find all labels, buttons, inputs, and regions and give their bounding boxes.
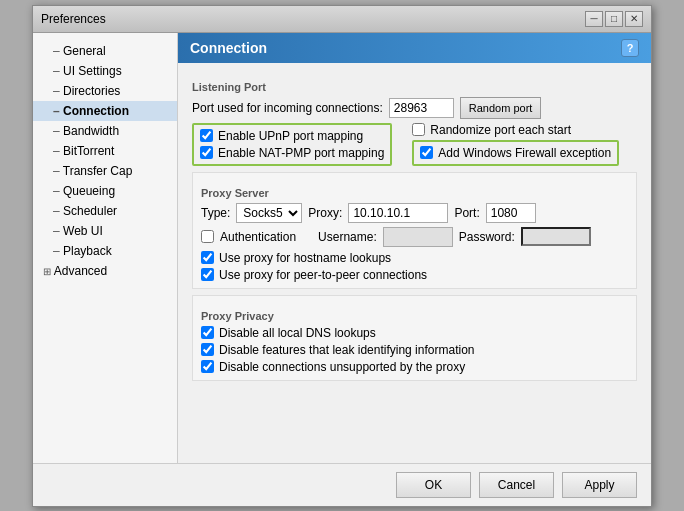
upnp-checkbox-row: Enable UPnP port mapping [200,129,384,143]
enable-nat-label: Enable NAT-PMP port mapping [218,146,384,160]
ok-button[interactable]: OK [396,472,471,498]
title-bar: Preferences ─ □ ✕ [33,6,651,33]
auth-row: Authentication Username: Password: [201,227,628,247]
proxy-port-input[interactable] [486,203,536,223]
listening-port-title: Listening Port [192,81,637,93]
maximize-button[interactable]: □ [605,11,623,27]
port-label: Port used for incoming connections: [192,101,383,115]
use-proxy-hostname-label: Use proxy for hostname lookups [219,251,391,265]
randomize-port-checkbox[interactable] [412,123,425,136]
random-port-button[interactable]: Random port [460,97,542,119]
close-button[interactable]: ✕ [625,11,643,27]
add-firewall-row: Add Windows Firewall exception [420,146,611,160]
disable-dns-label: Disable all local DNS lookups [219,326,376,340]
add-firewall-checkbox[interactable] [420,146,433,159]
disable-dns-checkbox[interactable] [201,326,214,339]
use-proxy-hostname-row: Use proxy for hostname lookups [201,251,628,265]
sidebar-item-connection[interactable]: Connection [33,101,177,121]
enable-nat-checkbox[interactable] [200,146,213,159]
randomize-port-label: Randomize port each start [430,123,571,137]
proxy-privacy-section: Proxy Privacy Disable all local DNS look… [192,295,637,381]
sidebar-item-bandwidth[interactable]: Bandwidth [33,121,177,141]
port-input[interactable] [389,98,454,118]
disable-features-row: Disable features that leak identifying i… [201,343,628,357]
window-title: Preferences [41,12,106,26]
checkboxes-area: Enable UPnP port mapping Enable NAT-PMP … [192,123,637,166]
sidebar: General UI Settings Directories Connecti… [33,33,178,463]
sidebar-item-transfer-cap[interactable]: Transfer Cap [33,161,177,181]
sidebar-item-queueing[interactable]: Queueing [33,181,177,201]
content-panel: Connection ? Listening Port Port used fo… [178,33,651,463]
disable-connections-checkbox[interactable] [201,360,214,373]
sidebar-item-advanced[interactable]: Advanced [33,261,177,281]
username-label: Username: [318,230,377,244]
proxy-label: Proxy: [308,206,342,220]
username-input[interactable] [383,227,453,247]
firewall-group: Randomize port each start Add Windows Fi… [412,123,619,166]
disable-features-label: Disable features that leak identifying i… [219,343,474,357]
proxy-ip-input[interactable] [348,203,448,223]
proxy-server-section: Proxy Server Type: None Socks4 Socks5 HT… [192,172,637,289]
proxy-server-title: Proxy Server [201,187,628,199]
proxy-type-row: Type: None Socks4 Socks5 HTTPS Proxy: Po… [201,203,628,223]
proxy-port-label: Port: [454,206,479,220]
use-proxy-p2p-label: Use proxy for peer-to-peer connections [219,268,427,282]
sidebar-item-web-ui[interactable]: Web UI [33,221,177,241]
preferences-window: Preferences ─ □ ✕ General UI Settings Di… [32,5,652,507]
disable-connections-row: Disable connections unsupported by the p… [201,360,628,374]
content-header: Connection ? [178,33,651,63]
help-button[interactable]: ? [621,39,639,57]
content-body: Listening Port Port used for incoming co… [178,63,651,391]
sidebar-item-general[interactable]: General [33,41,177,61]
proxy-privacy-title: Proxy Privacy [201,310,628,322]
apply-button[interactable]: Apply [562,472,637,498]
nat-checkbox-row: Enable NAT-PMP port mapping [200,146,384,160]
window-body: General UI Settings Directories Connecti… [33,33,651,463]
firewall-group-highlight: Add Windows Firewall exception [412,140,619,166]
cancel-button[interactable]: Cancel [479,472,554,498]
port-row: Port used for incoming connections: Rand… [192,97,637,119]
auth-label: Authentication [220,230,296,244]
password-input[interactable] [521,227,591,246]
disable-dns-row: Disable all local DNS lookups [201,326,628,340]
use-proxy-hostname-checkbox[interactable] [201,251,214,264]
password-label: Password: [459,230,515,244]
upnp-nat-group: Enable UPnP port mapping Enable NAT-PMP … [192,123,392,166]
sidebar-item-directories[interactable]: Directories [33,81,177,101]
randomize-port-row: Randomize port each start [412,123,619,137]
sidebar-item-bittorrent[interactable]: BitTorrent [33,141,177,161]
window-controls: ─ □ ✕ [585,11,643,27]
disable-connections-label: Disable connections unsupported by the p… [219,360,465,374]
minimize-button[interactable]: ─ [585,11,603,27]
proxy-type-select[interactable]: None Socks4 Socks5 HTTPS [236,203,302,223]
type-label: Type: [201,206,230,220]
section-heading: Connection [190,40,267,56]
auth-checkbox[interactable] [201,230,214,243]
sidebar-item-scheduler[interactable]: Scheduler [33,201,177,221]
enable-upnp-checkbox[interactable] [200,129,213,142]
sidebar-item-ui-settings[interactable]: UI Settings [33,61,177,81]
bottom-bar: OK Cancel Apply [33,463,651,506]
disable-features-checkbox[interactable] [201,343,214,356]
use-proxy-p2p-row: Use proxy for peer-to-peer connections [201,268,628,282]
sidebar-item-playback[interactable]: Playback [33,241,177,261]
use-proxy-p2p-checkbox[interactable] [201,268,214,281]
add-firewall-label: Add Windows Firewall exception [438,146,611,160]
enable-upnp-label: Enable UPnP port mapping [218,129,363,143]
